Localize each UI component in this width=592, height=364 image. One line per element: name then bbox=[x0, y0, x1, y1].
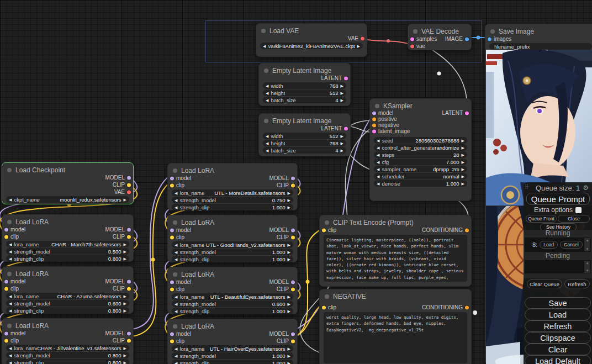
widget-lora-name[interactable]: ◀lora_nameUTL - GoodHands_v2.safetensors… bbox=[172, 241, 293, 248]
node-load-lora-beautifuleyes[interactable]: Load LoRA modelMODEL clipCLIP ◀lora_name… bbox=[167, 267, 298, 314]
node-load-lora-azuma[interactable]: Load LoRA modelMODEL clipCLIP ◀lora_name… bbox=[2, 266, 134, 314]
widget-scheduler[interactable]: ◀schedulernormal▶ bbox=[374, 173, 467, 180]
prev-arrow-icon[interactable]: ◀ bbox=[377, 167, 379, 171]
node-clip-text-encode-positive[interactable]: CLIP Text Encode (Prompt) clipCONDITIONI… bbox=[319, 215, 472, 287]
collapse-dot-icon[interactable] bbox=[7, 168, 12, 172]
prev-arrow-icon[interactable]: ◀ bbox=[377, 153, 379, 157]
widget-seed[interactable]: ◀seed280560302878688▶ bbox=[374, 137, 467, 144]
collapse-dot-icon[interactable] bbox=[261, 29, 266, 33]
next-arrow-icon[interactable]: ▶ bbox=[341, 84, 343, 88]
widget-lora-name[interactable]: ◀lora_nameCHAR - Azuma.safetensors▶ bbox=[6, 293, 129, 299]
next-arrow-icon[interactable]: ▶ bbox=[462, 160, 464, 164]
clip-input-slot[interactable] bbox=[322, 305, 326, 309]
next-arrow-icon[interactable]: ▶ bbox=[341, 141, 343, 145]
conditioning-output-slot[interactable] bbox=[465, 305, 469, 309]
next-arrow-icon[interactable]: ▶ bbox=[462, 182, 464, 186]
prev-arrow-icon[interactable]: ◀ bbox=[9, 309, 12, 313]
next-arrow-icon[interactable]: ▶ bbox=[124, 198, 126, 202]
node-load-lora-hairovereyes[interactable]: Load LoRA modelMODEL clipCLIP ◀lora_name… bbox=[167, 319, 298, 364]
next-arrow-icon[interactable]: ▶ bbox=[341, 98, 343, 102]
scroll-up-icon[interactable]: ▲ bbox=[586, 261, 589, 265]
image-output-slot[interactable] bbox=[465, 37, 469, 41]
node-load-lora-goodhands[interactable]: Load LoRA modelMODEL clipCLIP ◀lora_name… bbox=[167, 215, 298, 262]
next-arrow-icon[interactable]: ▶ bbox=[124, 257, 126, 261]
prev-arrow-icon[interactable]: ◀ bbox=[9, 346, 12, 350]
prev-arrow-icon[interactable]: ◀ bbox=[175, 295, 177, 299]
next-arrow-icon[interactable]: ▶ bbox=[124, 302, 126, 305]
widget-cfg[interactable]: ◀cfg7.000▶ bbox=[374, 159, 467, 165]
model-output-slot[interactable] bbox=[291, 280, 295, 284]
prev-arrow-icon[interactable]: ◀ bbox=[175, 354, 177, 358]
close-button[interactable]: Close bbox=[558, 215, 590, 223]
prev-arrow-icon[interactable]: ◀ bbox=[263, 44, 266, 48]
model-input-slot[interactable] bbox=[4, 331, 8, 335]
prev-arrow-icon[interactable]: ◀ bbox=[377, 182, 379, 186]
model-input-slot[interactable] bbox=[4, 279, 8, 283]
model-output-slot[interactable] bbox=[127, 228, 131, 231]
next-arrow-icon[interactable]: ▶ bbox=[462, 146, 464, 150]
scroll-down-icon[interactable]: ▼ bbox=[586, 268, 589, 273]
next-arrow-icon[interactable]: ▶ bbox=[462, 139, 464, 143]
widget-vae-name[interactable]: ◀vae_nameklF8Anime2_klF8Anime2VAE.ckpt▶ bbox=[260, 43, 363, 49]
prev-arrow-icon[interactable]: ◀ bbox=[175, 361, 177, 364]
pending-scrollbar[interactable]: ▲▼ bbox=[584, 261, 590, 273]
node-empty-latent-1[interactable]: Empty Latent Image LATENT ◀width768▶ ◀he… bbox=[258, 63, 351, 106]
widget-strength-clip[interactable]: ◀strength_clip1.000▶ bbox=[172, 308, 293, 314]
next-arrow-icon[interactable]: ▶ bbox=[288, 354, 290, 358]
model-output-slot[interactable] bbox=[291, 332, 295, 336]
prev-arrow-icon[interactable]: ◀ bbox=[175, 250, 177, 254]
clip-output-slot[interactable] bbox=[127, 339, 131, 342]
positive-input-slot[interactable] bbox=[372, 117, 376, 121]
scroll-up-icon[interactable]: ▲ bbox=[586, 238, 589, 242]
node-canvas[interactable]: Load Checkpoint MODEL CLIP VAE ◀ckpt_nam… bbox=[0, 0, 592, 364]
next-arrow-icon[interactable]: ▶ bbox=[124, 346, 126, 350]
scroll-down-icon[interactable]: ▼ bbox=[586, 247, 589, 251]
widget-strength-clip[interactable]: ◀strength_clip0.800▶ bbox=[6, 255, 129, 262]
clip-input-slot[interactable] bbox=[322, 228, 326, 232]
prev-arrow-icon[interactable]: ◀ bbox=[377, 146, 379, 150]
node-load-lora-moredetails[interactable]: Load LoRA modelMODEL clipCLIP ◀lora_name… bbox=[167, 163, 298, 210]
next-arrow-icon[interactable]: ▶ bbox=[288, 191, 290, 195]
collapse-dot-icon[interactable] bbox=[325, 220, 329, 225]
widget-strength-clip[interactable]: ◀strength_clip1.000▶ bbox=[172, 204, 293, 210]
model-input-slot[interactable] bbox=[4, 228, 8, 231]
next-arrow-icon[interactable]: ▶ bbox=[288, 205, 290, 209]
next-arrow-icon[interactable]: ▶ bbox=[462, 175, 464, 178]
collapse-dot-icon[interactable] bbox=[490, 29, 495, 34]
clip-output-slot[interactable] bbox=[291, 339, 295, 343]
clip-input-slot[interactable] bbox=[170, 235, 174, 239]
latent-output-slot[interactable] bbox=[465, 111, 469, 115]
latent-output-slot[interactable] bbox=[344, 126, 348, 130]
model-output-slot[interactable] bbox=[291, 228, 295, 232]
cancel-item-button[interactable]: Cancel bbox=[560, 241, 582, 249]
prev-arrow-icon[interactable]: ◀ bbox=[9, 257, 12, 261]
load-button[interactable]: Load bbox=[525, 309, 591, 320]
clip-output-slot[interactable] bbox=[291, 235, 295, 239]
widget-lora-name[interactable]: ◀lora_nameUTL - MoreDetails.safetensors▶ bbox=[172, 189, 293, 196]
collapse-dot-icon[interactable] bbox=[173, 324, 177, 329]
next-arrow-icon[interactable]: ▶ bbox=[124, 250, 126, 254]
next-arrow-icon[interactable]: ▶ bbox=[288, 302, 290, 306]
widget-strength-clip[interactable]: ◀strength_clip1.000▶ bbox=[172, 256, 293, 262]
next-arrow-icon[interactable]: ▶ bbox=[288, 250, 290, 254]
extra-options-checkbox[interactable] bbox=[575, 207, 582, 213]
widget-lora-name[interactable]: ◀lora_nameCHAR - March7th.safetensors▶ bbox=[6, 241, 129, 247]
widget-strength-model[interactable]: ◀strength_model1.000▶ bbox=[172, 352, 293, 359]
node-ksampler[interactable]: KSampler modelLATENT positive negative l… bbox=[369, 98, 472, 201]
collapse-dot-icon[interactable] bbox=[264, 68, 268, 73]
next-arrow-icon[interactable]: ▶ bbox=[341, 134, 343, 138]
widget-strength-model[interactable]: ◀strength_model0.750▶ bbox=[172, 197, 293, 203]
samples-input-slot[interactable] bbox=[410, 37, 414, 41]
next-arrow-icon[interactable]: ▶ bbox=[462, 153, 464, 157]
collapse-dot-icon[interactable] bbox=[413, 29, 417, 34]
widget-batch-size[interactable]: ◀batch_size4▶ bbox=[263, 147, 346, 154]
widget-strength-clip[interactable]: ◀strength_clip0.800▶ bbox=[6, 307, 129, 314]
prev-arrow-icon[interactable]: ◀ bbox=[175, 347, 177, 351]
next-arrow-icon[interactable]: ▶ bbox=[288, 295, 290, 299]
model-output-slot[interactable] bbox=[291, 176, 295, 180]
prev-arrow-icon[interactable]: ◀ bbox=[266, 141, 268, 145]
clear-button[interactable]: Clear bbox=[525, 344, 591, 355]
widget-control-after-generate[interactable]: ◀control_after_generaterandomize▶ bbox=[374, 144, 467, 151]
next-arrow-icon[interactable]: ▶ bbox=[124, 242, 126, 246]
prev-arrow-icon[interactable]: ◀ bbox=[175, 257, 177, 261]
